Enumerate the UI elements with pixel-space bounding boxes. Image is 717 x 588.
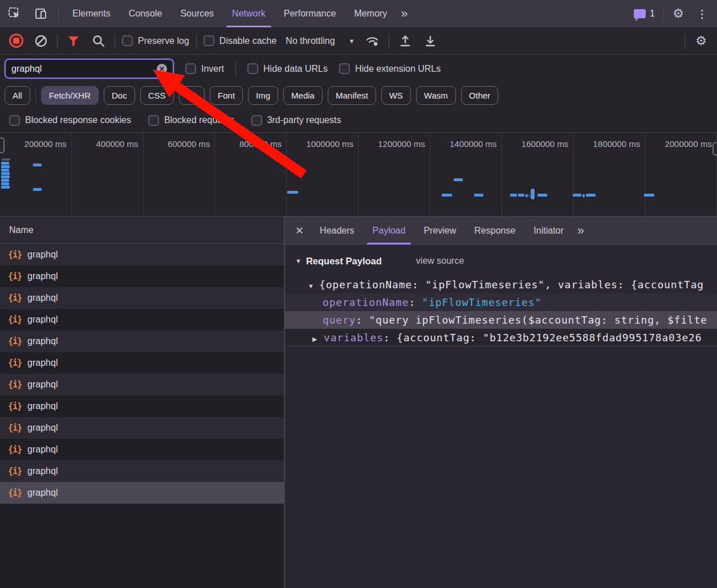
request-name: graphql [27, 250, 58, 260]
payload-text-segment: variables [324, 332, 384, 344]
filter-chip-img[interactable]: Img [248, 86, 278, 105]
hide-extension-urls-checkbox[interactable]: Hide extension URLs [339, 63, 441, 74]
throttling-dropdown[interactable]: No throttling ▼ [283, 36, 357, 46]
blocked-response-cookies-checkbox[interactable]: Blocked response cookies [9, 115, 131, 126]
inspect-element-icon[interactable] [6, 5, 24, 23]
filter-chip-wasm[interactable]: Wasm [416, 86, 456, 105]
filter-chip-doc[interactable]: Doc [104, 86, 135, 105]
network-conditions-icon[interactable] [364, 32, 382, 50]
view-source-link[interactable]: view source [416, 256, 464, 266]
record-network-log-button[interactable] [7, 32, 25, 50]
hide-data-urls-checkbox[interactable]: Hide data URLs [247, 63, 328, 74]
request-row[interactable]: {i}graphql [0, 287, 284, 309]
filter-chip-all[interactable]: All [5, 86, 30, 105]
filter-chip-css[interactable]: CSS [140, 86, 174, 105]
import-har-icon[interactable] [396, 32, 414, 50]
timeline-activity [0, 133, 717, 216]
timeline-activity-bar [1, 172, 10, 175]
filter-chip-media[interactable]: Media [283, 86, 323, 105]
filter-input[interactable]: graphql ✕ [5, 59, 174, 79]
request-row[interactable]: {i}graphql [0, 352, 284, 374]
network-overview-timeline[interactable]: 200000 ms400000 ms600000 ms800000 ms1000… [0, 132, 717, 217]
clear-filter-icon[interactable]: ✕ [157, 64, 167, 74]
request-row[interactable]: {i}graphql [0, 482, 284, 504]
checkbox-box[interactable] [339, 63, 350, 74]
request-row[interactable]: {i}graphql [0, 244, 284, 266]
disable-cache-checkbox[interactable]: Disable cache [203, 35, 277, 46]
checkbox-box[interactable] [203, 35, 214, 46]
payload-row[interactable]: ▼{operationName: "ipFlowTimeseries", var… [285, 276, 717, 293]
filter-chip-other[interactable]: Other [461, 86, 499, 105]
toolbar-divider [663, 6, 663, 21]
request-row[interactable]: {i}graphql [0, 460, 284, 482]
issues-counter[interactable]: 1 [634, 9, 655, 19]
checkbox-box[interactable] [9, 115, 20, 126]
timeline-activity-bar [1, 186, 10, 189]
request-row[interactable]: {i}graphql [0, 374, 284, 395]
devtools-tab-bar: ElementsConsoleSourcesNetworkPerformance… [0, 0, 717, 27]
preserve-log-label: Preserve log [138, 36, 189, 46]
preserve-log-checkbox[interactable]: Preserve log [122, 35, 189, 46]
more-details-tabs-chevron-icon[interactable]: » [573, 224, 589, 237]
devtools-tab-performance[interactable]: Performance [275, 0, 345, 27]
filter-funnel-icon[interactable] [64, 32, 83, 50]
json-fetch-icon: {i} [8, 293, 22, 303]
checkbox-box[interactable] [122, 35, 133, 46]
filter-chip-js[interactable]: JS [179, 86, 205, 105]
filter-chip-fetch-xhr[interactable]: Fetch/XHR [41, 86, 99, 105]
invert-label: Invert [201, 64, 224, 74]
3rd-party-requests-checkbox[interactable]: 3rd-party requests [251, 115, 341, 126]
payload-content: ▼ Request Payload view source ▼{operatio… [285, 245, 717, 588]
timeline-activity-bar [644, 194, 654, 197]
request-row[interactable]: {i}graphql [0, 330, 284, 352]
device-toolbar-icon[interactable] [32, 5, 50, 23]
filter-chip-ws[interactable]: WS [381, 86, 411, 105]
request-row[interactable]: {i}graphql [0, 266, 284, 287]
request-row[interactable]: {i}graphql [0, 395, 284, 417]
disable-cache-label: Disable cache [219, 36, 277, 46]
search-icon[interactable] [89, 32, 108, 50]
timeline-activity-bar [525, 194, 528, 197]
checkbox-box[interactable] [185, 63, 196, 74]
clear-network-log-button[interactable] [32, 32, 50, 50]
collapse-arrow-icon[interactable]: ▼ [308, 277, 319, 293]
details-tab-preview[interactable]: Preview [414, 217, 465, 244]
filter-chip-manifest[interactable]: Manifest [328, 86, 376, 105]
details-tab-headers[interactable]: Headers [311, 217, 363, 244]
invert-checkbox[interactable]: Invert [185, 63, 224, 74]
kebab-menu-icon[interactable]: ⋮ [693, 5, 711, 23]
devtools-tab-network[interactable]: Network [223, 0, 275, 27]
request-row[interactable]: {i}graphql [0, 439, 284, 460]
devtools-tab-sources[interactable]: Sources [171, 0, 223, 27]
request-payload-section-header[interactable]: ▼ Request Payload view source [285, 245, 717, 269]
checkbox-box[interactable] [148, 115, 159, 126]
payload-row[interactable]: ▶variables: {accountTag: "b12e3b2192ee55… [285, 329, 717, 346]
checkbox-box[interactable] [251, 115, 262, 126]
payload-row[interactable]: query: "query ipFlowTimeseries($accountT… [285, 311, 717, 329]
request-row[interactable]: {i}graphql [0, 417, 284, 439]
details-tab-payload[interactable]: Payload [364, 217, 415, 244]
devtools-tab-console[interactable]: Console [120, 0, 172, 27]
devtools-tab-elements[interactable]: Elements [63, 0, 120, 27]
blocked-requests-checkbox[interactable]: Blocked requests [148, 115, 234, 126]
filter-chip-font[interactable]: Font [210, 86, 243, 105]
requests-panel: Name {i}graphql{i}graphql{i}graphql{i}gr… [0, 217, 285, 588]
checkbox-box[interactable] [247, 63, 258, 74]
request-row[interactable]: {i}graphql [0, 309, 284, 330]
name-column-header[interactable]: Name [0, 217, 284, 244]
expand-arrow-icon[interactable]: ▶ [312, 330, 324, 346]
collapse-arrow-icon[interactable]: ▼ [295, 258, 302, 264]
details-tab-response[interactable]: Response [465, 217, 524, 244]
network-settings-gear-icon[interactable]: ⚙ [692, 32, 710, 50]
details-tab-initiator[interactable]: Initiator [524, 217, 572, 244]
json-fetch-icon: {i} [8, 358, 22, 368]
timeline-scroll-handle-right[interactable] [712, 142, 717, 156]
export-har-icon[interactable] [421, 32, 439, 50]
close-details-icon[interactable]: ✕ [291, 224, 311, 237]
more-panels-chevron-icon[interactable]: » [396, 7, 412, 20]
payload-row[interactable]: operationName: "ipFlowTimeseries" [285, 293, 717, 311]
settings-gear-icon[interactable]: ⚙ [669, 5, 687, 23]
devtools-tab-memory[interactable]: Memory [345, 0, 396, 27]
timeline-activity-bar [2, 158, 10, 161]
timeline-scroll-handle-left[interactable] [0, 137, 5, 153]
